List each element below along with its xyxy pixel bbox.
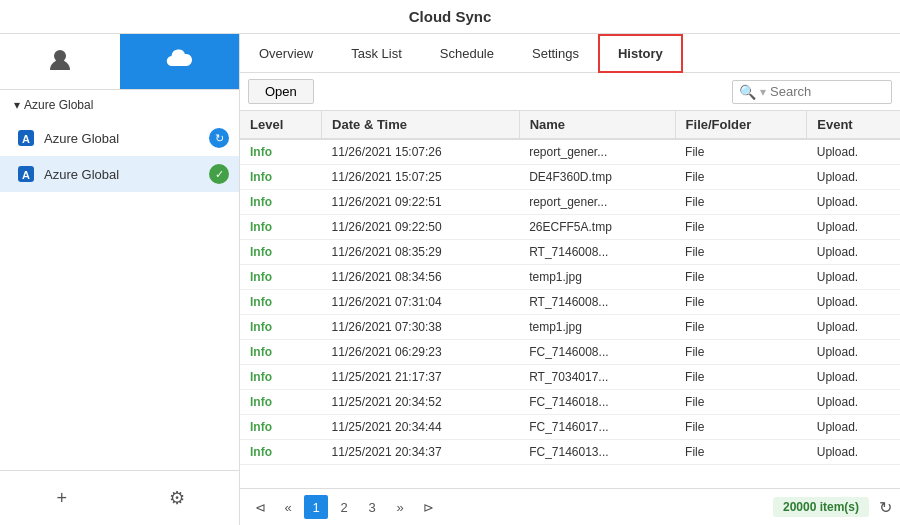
open-button[interactable]: Open — [248, 79, 314, 104]
cell-name: report_gener... — [519, 139, 675, 165]
sidebar-item-azure-global-2[interactable]: A Azure Global ✓ — [0, 156, 239, 192]
tab-task-list[interactable]: Task List — [332, 34, 421, 73]
settings-button[interactable]: ⚙ — [124, 479, 232, 517]
app-title: Cloud Sync — [0, 0, 900, 34]
cell-datetime: 11/26/2021 08:34:56 — [322, 265, 520, 290]
cell-datetime: 11/25/2021 20:34:44 — [322, 415, 520, 440]
add-button[interactable]: + — [8, 479, 116, 517]
cell-filefolder: File — [675, 440, 807, 465]
cell-filefolder: File — [675, 365, 807, 390]
cell-level: Info — [240, 340, 322, 365]
sidebar-item-badge-1: ↻ — [209, 128, 229, 148]
prev-page-button[interactable]: « — [276, 495, 300, 519]
refresh-button[interactable]: ↻ — [879, 498, 892, 517]
col-level: Level — [240, 111, 322, 139]
toolbar: Open 🔍 ▾ — [240, 73, 900, 111]
page-2-button[interactable]: 2 — [332, 495, 356, 519]
tabs: Overview Task List Schedule Settings His… — [240, 34, 900, 73]
cell-event: Upload. — [807, 290, 900, 315]
cell-name: RT_7146008... — [519, 240, 675, 265]
cell-datetime: 11/25/2021 20:34:52 — [322, 390, 520, 415]
cloud-icon — [165, 48, 193, 72]
last-page-button[interactable]: ⊳ — [416, 495, 440, 519]
sidebar-cloud-btn[interactable] — [120, 34, 240, 89]
page-3-button[interactable]: 3 — [360, 495, 384, 519]
svg-text:A: A — [22, 169, 30, 181]
cell-filefolder: File — [675, 139, 807, 165]
cell-datetime: 11/25/2021 21:17:37 — [322, 365, 520, 390]
tab-settings[interactable]: Settings — [513, 34, 598, 73]
sidebar: ▾ Azure Global A Azure Global ↻ A Azur — [0, 34, 240, 525]
cell-filefolder: File — [675, 340, 807, 365]
cell-event: Upload. — [807, 265, 900, 290]
items-count-badge: 20000 item(s) — [773, 497, 869, 517]
cell-datetime: 11/26/2021 15:07:26 — [322, 139, 520, 165]
cell-level: Info — [240, 190, 322, 215]
cell-name: FC_7146017... — [519, 415, 675, 440]
sidebar-top — [0, 34, 239, 90]
tab-overview[interactable]: Overview — [240, 34, 332, 73]
cell-level: Info — [240, 390, 322, 415]
table-body: Info 11/26/2021 15:07:26 report_gener...… — [240, 139, 900, 465]
cell-level: Info — [240, 240, 322, 265]
col-name: Name — [519, 111, 675, 139]
table-row: Info 11/26/2021 09:22:51 report_gener...… — [240, 190, 900, 215]
cell-name: RT_7034017... — [519, 365, 675, 390]
search-dropdown-arrow: ▾ — [760, 85, 766, 99]
cell-level: Info — [240, 415, 322, 440]
cell-level: Info — [240, 315, 322, 340]
col-event: Event — [807, 111, 900, 139]
cell-event: Upload. — [807, 340, 900, 365]
page-1-button[interactable]: 1 — [304, 495, 328, 519]
cell-datetime: 11/26/2021 08:35:29 — [322, 240, 520, 265]
cell-event: Upload. — [807, 139, 900, 165]
search-input[interactable] — [770, 84, 885, 99]
table-row: Info 11/25/2021 20:34:44 FC_7146017... F… — [240, 415, 900, 440]
table-row: Info 11/26/2021 15:07:26 report_gener...… — [240, 139, 900, 165]
sidebar-section-label: Azure Global — [24, 98, 93, 112]
cell-event: Upload. — [807, 240, 900, 265]
table-row: Info 11/25/2021 20:34:37 FC_7146013... F… — [240, 440, 900, 465]
sidebar-item-label-1: Azure Global — [44, 131, 209, 146]
cell-event: Upload. — [807, 215, 900, 240]
table-header-row: Level Date & Time Name File/Folder Event — [240, 111, 900, 139]
next-page-button[interactable]: » — [388, 495, 412, 519]
cell-event: Upload. — [807, 390, 900, 415]
sidebar-item-azure-global-1[interactable]: A Azure Global ↻ — [0, 120, 239, 156]
tab-schedule[interactable]: Schedule — [421, 34, 513, 73]
cell-event: Upload. — [807, 315, 900, 340]
cell-level: Info — [240, 365, 322, 390]
table-row: Info 11/26/2021 08:34:56 temp1.jpg File … — [240, 265, 900, 290]
cell-name: temp1.jpg — [519, 265, 675, 290]
azure-icon-2: A — [16, 164, 36, 184]
first-page-button[interactable]: ⊲ — [248, 495, 272, 519]
cell-name: FC_7146018... — [519, 390, 675, 415]
cell-filefolder: File — [675, 165, 807, 190]
cell-level: Info — [240, 440, 322, 465]
table-row: Info 11/26/2021 09:22:50 26ECFF5A.tmp Fi… — [240, 215, 900, 240]
user-icon — [46, 46, 74, 74]
cell-filefolder: File — [675, 240, 807, 265]
table-row: Info 11/26/2021 06:29:23 FC_7146008... F… — [240, 340, 900, 365]
cell-filefolder: File — [675, 290, 807, 315]
tab-history[interactable]: History — [598, 34, 683, 73]
cell-name: RT_7146008... — [519, 290, 675, 315]
cell-level: Info — [240, 215, 322, 240]
search-box[interactable]: 🔍 ▾ — [732, 80, 892, 104]
cell-filefolder: File — [675, 315, 807, 340]
table-row: Info 11/26/2021 15:07:25 DE4F360D.tmp Fi… — [240, 165, 900, 190]
cell-name: DE4F360D.tmp — [519, 165, 675, 190]
sidebar-user-btn[interactable] — [0, 34, 120, 89]
cell-datetime: 11/26/2021 09:22:51 — [322, 190, 520, 215]
sidebar-item-badge-2: ✓ — [209, 164, 229, 184]
content-panel: Overview Task List Schedule Settings His… — [240, 34, 900, 525]
cell-datetime: 11/26/2021 06:29:23 — [322, 340, 520, 365]
sidebar-section-header[interactable]: ▾ Azure Global — [0, 90, 239, 120]
cell-level: Info — [240, 165, 322, 190]
cell-event: Upload. — [807, 365, 900, 390]
cell-level: Info — [240, 265, 322, 290]
cell-event: Upload. — [807, 165, 900, 190]
cell-event: Upload. — [807, 440, 900, 465]
azure-icon-1: A — [16, 128, 36, 148]
cell-name: temp1.jpg — [519, 315, 675, 340]
